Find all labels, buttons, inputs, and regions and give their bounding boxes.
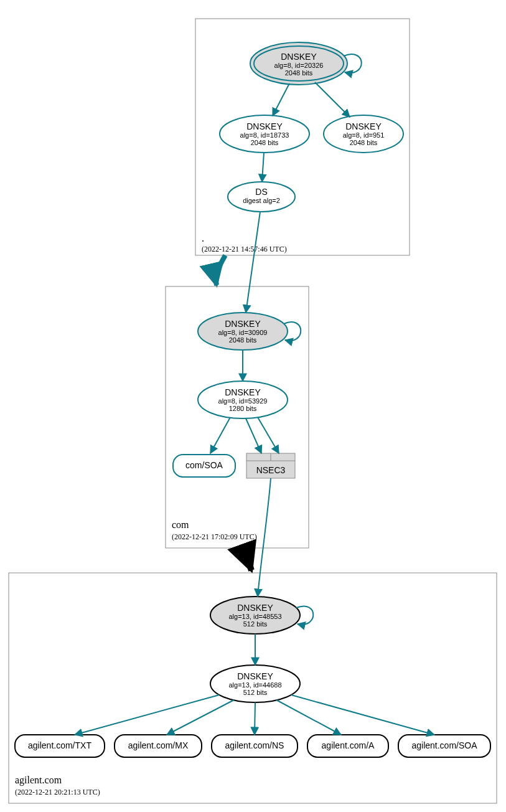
svg-text:DNSKEY: DNSKEY [246, 121, 283, 131]
svg-text:alg=8, id=30909: alg=8, id=30909 [218, 329, 268, 336]
svg-text:DNSKEY: DNSKEY [237, 603, 273, 613]
zone-agilent-name: agilent.com [15, 775, 62, 786]
node-root-ksk: DNSKEY alg=8, id=20326 2048 bits [250, 42, 347, 85]
svg-text:com/SOA: com/SOA [185, 460, 223, 470]
svg-text:alg=13, id=44688: alg=13, id=44688 [228, 681, 281, 689]
zone-com: com (2022-12-21 17:02:09 UTC) DNSKEY alg… [166, 212, 309, 548]
svg-text:DNSKEY: DNSKEY [225, 319, 261, 329]
node-com-nsec3: NSEC3 [246, 453, 295, 478]
svg-text:agilent.com/A: agilent.com/A [322, 740, 375, 750]
svg-text:2048 bits: 2048 bits [350, 139, 378, 146]
node-com-soa: com/SOA [173, 455, 235, 477]
zone-root: . (2022-12-21 14:57:46 UTC) DNSKEY alg=8… [195, 19, 410, 255]
svg-text:alg=8, id=951: alg=8, id=951 [343, 131, 385, 139]
svg-text:NSEC3: NSEC3 [256, 465, 286, 475]
zone-com-name: com [172, 519, 189, 530]
node-agilent-ns: agilent.com/NS [212, 735, 298, 757]
svg-text:alg=13, id=48553: alg=13, id=48553 [228, 613, 281, 620]
node-agilent-txt: agilent.com/TXT [15, 735, 105, 757]
svg-text:2048 bits: 2048 bits [251, 139, 279, 146]
svg-text:agilent.com/SOA: agilent.com/SOA [411, 740, 477, 750]
node-com-ksk: DNSKEY alg=8, id=30909 2048 bits [198, 313, 288, 350]
svg-text:DS: DS [255, 187, 267, 197]
svg-text:DNSKEY: DNSKEY [225, 387, 261, 397]
node-agilent-soa: agilent.com/SOA [398, 735, 490, 757]
svg-text:512 bits: 512 bits [243, 620, 268, 628]
svg-text:agilent.com/TXT: agilent.com/TXT [28, 740, 91, 750]
node-root-ds: DS digest alg=2 [228, 182, 295, 212]
svg-text:DNSKEY: DNSKEY [237, 671, 273, 681]
svg-text:alg=8, id=53929: alg=8, id=53929 [218, 397, 268, 405]
zone-agilent-timestamp: (2022-12-21 20:21:13 UTC) [15, 788, 100, 796]
svg-text:DNSKEY: DNSKEY [345, 121, 382, 131]
node-agilent-ksk: DNSKEY alg=13, id=48553 512 bits [210, 597, 300, 634]
svg-text:2048 bits: 2048 bits [229, 336, 257, 344]
svg-text:512 bits: 512 bits [243, 689, 268, 696]
svg-text:2048 bits: 2048 bits [285, 69, 313, 77]
zone-root-name: . [202, 233, 204, 243]
svg-text:agilent.com/MX: agilent.com/MX [128, 740, 189, 750]
zone-agilent: agilent.com (2022-12-21 20:21:13 UTC) DN… [9, 478, 497, 803]
zone-root-timestamp: (2022-12-21 14:57:46 UTC) [202, 245, 287, 253]
node-com-zsk: DNSKEY alg=8, id=53929 1280 bits [198, 381, 288, 418]
svg-text:agilent.com/NS: agilent.com/NS [225, 740, 284, 750]
node-root-zsk2: DNSKEY alg=8, id=951 2048 bits [324, 115, 403, 153]
node-agilent-zsk: DNSKEY alg=13, id=44688 512 bits [210, 665, 300, 702]
dnssec-diagram: . (2022-12-21 14:57:46 UTC) DNSKEY alg=8… [0, 0, 506, 812]
svg-text:digest alg=2: digest alg=2 [243, 197, 280, 204]
svg-text:DNSKEY: DNSKEY [281, 52, 317, 62]
node-agilent-a: agilent.com/A [307, 735, 388, 757]
svg-text:alg=8, id=20326: alg=8, id=20326 [274, 62, 324, 69]
node-agilent-mx: agilent.com/MX [115, 735, 202, 757]
zone-com-timestamp: (2022-12-21 17:02:09 UTC) [172, 532, 257, 541]
svg-text:alg=8, id=18733: alg=8, id=18733 [240, 131, 289, 139]
node-root-zsk1: DNSKEY alg=8, id=18733 2048 bits [220, 115, 309, 153]
svg-text:1280 bits: 1280 bits [229, 405, 257, 412]
